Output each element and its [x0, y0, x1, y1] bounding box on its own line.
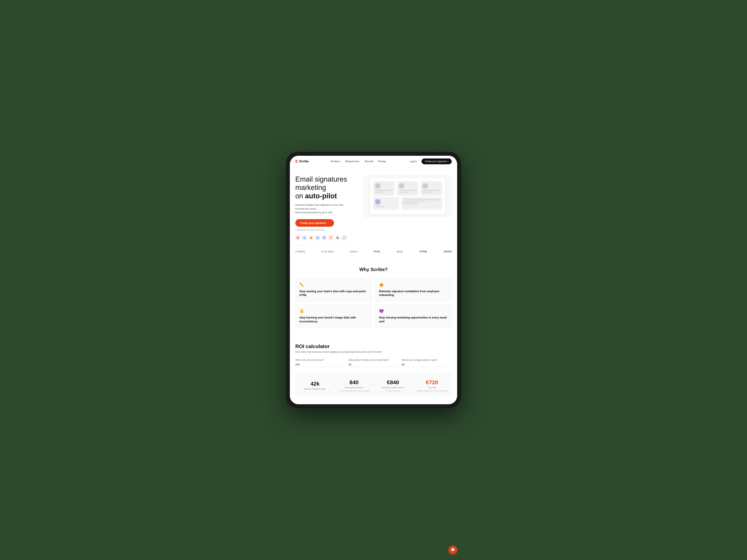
logo-pleo: PLEO — [374, 250, 380, 253]
why-card-2: 🔶 Eliminate signature installation from … — [375, 278, 452, 301]
roi-value-input[interactable] — [402, 362, 452, 367]
roi-sub-final: Scribe monthly cost €120 for 100 users — [416, 390, 448, 392]
hero-subtitle: Install and update team signatures in on… — [295, 203, 358, 214]
why-card-4-title: Stop missing marketing opportunities in … — [379, 316, 447, 323]
arrow-icon-1: → — [333, 383, 336, 387]
roi-value-label: What's your average customer value? — [402, 359, 452, 361]
nav-links: Product ▾ Ressources ▾ Security Pricing — [331, 160, 386, 163]
roi-num-leads: 840 — [338, 379, 370, 385]
spike-icon: ~ — [342, 235, 347, 240]
create-signature-nav-button[interactable]: Create your signature › — [421, 158, 452, 164]
why-card-3-title: Stop harming your brand's image daily wi… — [300, 316, 368, 323]
brand-logo[interactable]: Scribe — [295, 160, 309, 163]
logo-tatem: TATEM — [419, 250, 427, 253]
nav-pricing[interactable]: Pricing — [378, 160, 386, 163]
roi-label-emails: Monthly outreach emails — [299, 388, 331, 391]
logos-section: ⊙ PayFit ⊙ On Deck mc▸ve PLEO Sprig TATE… — [290, 246, 457, 257]
roi-emails-label: Daily outreach emails sent per teammate? — [349, 359, 398, 361]
roi-num-final: €720 — [416, 379, 448, 385]
phone-frame: Scribe Product ▾ Ressources ▾ Security P… — [286, 152, 461, 408]
why-cards-grid: ✏️ Stop wasting your team's time with co… — [295, 278, 452, 328]
hero-section: Email signatures marketing on auto-pilot… — [290, 167, 457, 246]
hand-icon: 🖐️ — [300, 309, 368, 314]
front-icon: F — [328, 235, 333, 240]
roi-result-revenue: ≈ €840 Potential monthly revenue 2% paid… — [377, 377, 409, 392]
roi-team-input[interactable] — [295, 362, 345, 367]
navbar: Scribe Product ▾ Ressources ▾ Security P… — [290, 156, 457, 167]
logo-payfit: ⊙ PayFit — [295, 250, 305, 253]
proton-icon: P — [322, 235, 327, 240]
integration-icons: M G ⊞ O P F S ~ — [295, 235, 358, 240]
why-section: Why Scribe? ✏️ Stop wasting your team's … — [290, 257, 457, 334]
roi-emails-input[interactable] — [349, 362, 398, 367]
roi-sub-leads: 2% Click Through Rate (Scribe average) — [338, 390, 370, 392]
login-button[interactable]: Log In — [408, 159, 419, 164]
create-signature-hero-button[interactable]: Create your signature → — [295, 219, 334, 227]
nav-security[interactable]: Security — [364, 160, 374, 163]
phone-screen: Scribe Product ▾ Ressources ▾ Security P… — [290, 156, 457, 404]
hero-title: Email signatures marketing on auto-pilot — [295, 175, 358, 200]
why-title: Why Scribe? — [295, 267, 452, 272]
gmail-icon: M — [295, 235, 300, 240]
chevron-down-icon: ▾ — [359, 160, 360, 162]
outlook-icon: O — [315, 235, 320, 240]
arrow-icon-3: → — [411, 383, 414, 387]
signature-preview-card — [370, 178, 445, 214]
diamond-icon: 🔶 — [379, 283, 447, 287]
roi-team-label: What is the size of your team? — [295, 359, 345, 361]
why-card-1: ✏️ Stop wasting your team's time with co… — [295, 278, 372, 301]
roi-section: ROI calculator How many new leads your e… — [290, 334, 457, 404]
brand-name: Scribe — [299, 160, 309, 163]
nav-product[interactable]: Product ▾ — [331, 160, 341, 163]
hero-content: Email signatures marketing on auto-pilot… — [295, 175, 358, 240]
hero-preview — [363, 175, 452, 217]
roi-label-leads: New leads per month — [338, 386, 370, 389]
superhuman-icon: S — [335, 235, 340, 240]
trial-text: 7 days trial. No card. Free plan. — [295, 229, 358, 231]
megaphone-icon: 💜 — [379, 309, 447, 314]
pencil-icon: ✏️ — [300, 283, 368, 287]
logo-icon — [295, 160, 298, 163]
roi-sub-revenue: 2% paid conversion — [377, 390, 409, 392]
chat-icon: 💬 — [451, 548, 455, 552]
roi-result-leads: ≈ 840 New leads per month 2% Click Throu… — [338, 377, 370, 392]
navbar-actions: Log In Create your signature › — [408, 158, 452, 164]
roi-input-emails: Daily outreach emails sent per teammate? — [349, 359, 398, 367]
roi-subtitle: How many new leads your email signatures… — [295, 351, 452, 353]
chevron-down-icon: ▾ — [340, 160, 341, 162]
why-card-3: 🖐️ Stop harming your brand's image daily… — [295, 304, 372, 328]
nav-resources[interactable]: Ressources ▾ — [345, 160, 360, 163]
why-card-2-title: Eliminate signature installation from em… — [379, 290, 447, 297]
logo-ondeck: ⊙ On Deck — [321, 250, 333, 253]
roi-input-value: What's your average customer value? — [402, 359, 452, 367]
gsuite-icon: G — [302, 235, 307, 240]
roi-result-final: ≈ €720 Your ROI Scribe monthly cost €120… — [416, 377, 448, 392]
roi-title: ROI calculator — [295, 343, 452, 349]
logo-sprig: Sprig — [397, 250, 403, 253]
roi-input-team: What is the size of your team? — [295, 359, 345, 367]
roi-label-revenue: Potential monthly revenue — [377, 386, 409, 389]
roi-result-emails: ≈ 42k Monthly outreach emails — [299, 379, 331, 391]
roi-results: ≈ 42k Monthly outreach emails → ≈ 840 Ne… — [295, 373, 452, 397]
logo-crush: CRUSH — [443, 250, 452, 253]
chat-bubble[interactable]: 💬 — [448, 545, 457, 554]
roi-label-final: Your ROI — [416, 386, 448, 389]
why-card-4: 💜 Stop missing marketing opportunities i… — [375, 304, 452, 328]
roi-num-revenue: €840 — [377, 379, 409, 385]
logo-mcove: mc▸ve — [350, 250, 357, 253]
arrow-icon-2: → — [372, 383, 375, 387]
roi-inputs: What is the size of your team? Daily out… — [295, 359, 452, 367]
roi-num-emails: 42k — [299, 381, 331, 387]
microsoft-icon: ⊞ — [309, 235, 314, 240]
why-card-1-title: Stop wasting your team's time with copy-… — [300, 290, 368, 297]
